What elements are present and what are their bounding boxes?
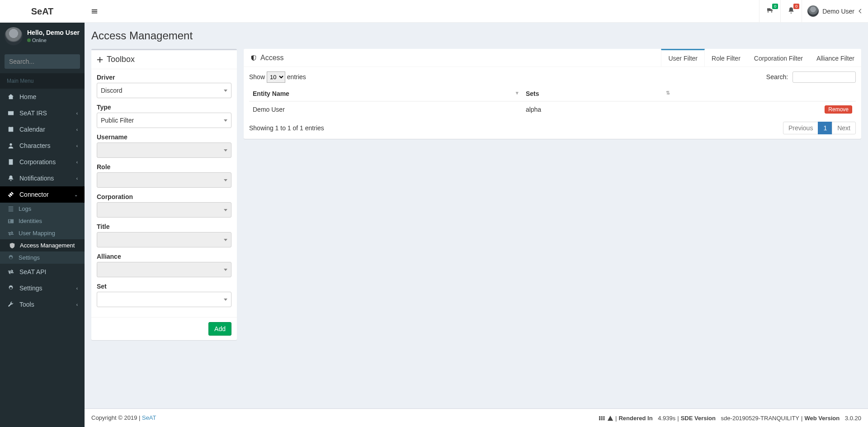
jobs-indicator[interactable]: 0 <box>759 0 780 23</box>
page-1[interactable]: 1 <box>818 122 832 134</box>
caret-down-icon <box>224 269 227 271</box>
dt-length-select[interactable]: 10 <box>267 71 285 83</box>
caret-down-icon <box>224 90 227 92</box>
sidebar-item-corporations[interactable]: Corporations‹ <box>0 154 85 170</box>
toolbox-panel: Toolbox DriverDiscord TypePublic Filter … <box>91 49 237 340</box>
driver-select[interactable]: Discord <box>97 83 231 98</box>
role-label: Role <box>97 163 231 171</box>
caret-down-icon <box>224 239 227 241</box>
sidebar-menu: Home SeAT IRS‹ Calendar‹ Characters‹ Cor… <box>0 89 85 313</box>
sidebar-item-calendar[interactable]: Calendar‹ <box>0 121 85 138</box>
cell-entity: Demo User <box>249 101 522 117</box>
sidebar-subitem-user-mapping[interactable]: User Mapping <box>0 227 85 239</box>
add-button[interactable]: Add <box>208 322 231 336</box>
user-icon <box>7 142 15 149</box>
main-sidebar: Hello, Demo User Online Main Menu Home S… <box>0 0 85 427</box>
dt-search-input[interactable] <box>793 71 856 83</box>
wrench-icon <box>7 301 15 308</box>
sidebar-subitem-connector-settings[interactable]: Settings <box>0 251 85 264</box>
chevron-left-icon: ‹ <box>76 286 78 291</box>
dt-info: Showing 1 to 1 of 1 entries <box>249 124 324 132</box>
main-footer: Copyright © 2019 | SeAT | Rendered In 4.… <box>85 408 868 427</box>
caret-down-icon <box>224 119 227 122</box>
pagination: Previous 1 Next <box>783 122 856 134</box>
plug-icon <box>7 191 15 198</box>
sidebar-item-notifications[interactable]: Notifications‹ <box>0 170 85 186</box>
sidebar-item-connector[interactable]: Connector⌄ <box>0 186 85 203</box>
type-label: Type <box>97 104 231 111</box>
caret-down-icon <box>224 209 227 211</box>
notifications-badge: 0 <box>793 4 799 9</box>
footer-copyright: Copyright © 2019 | <box>91 414 142 421</box>
footer-link[interactable]: SeAT <box>142 414 156 421</box>
caret-down-icon <box>224 299 227 301</box>
user-panel: Hello, Demo User Online <box>0 23 85 50</box>
greeting: Hello, Demo User <box>27 29 80 36</box>
shield-icon <box>250 54 257 62</box>
title-select[interactable] <box>97 232 231 247</box>
search-input[interactable] <box>5 54 80 69</box>
sidebar-item-seat-api[interactable]: SeAT API <box>0 264 85 280</box>
set-select[interactable] <box>97 292 231 307</box>
page-next[interactable]: Next <box>832 122 856 134</box>
shield-icon <box>8 242 16 249</box>
title-label: Title <box>97 223 231 230</box>
corporation-label: Corporation <box>97 193 231 200</box>
home-icon <box>7 94 15 100</box>
sidebar-item-characters[interactable]: Characters‹ <box>0 138 85 154</box>
user-menu[interactable]: Demo User <box>802 0 868 23</box>
brand-logo[interactable]: SeAT <box>0 0 85 23</box>
page-prev[interactable]: Previous <box>783 122 818 134</box>
sidebar-toggle-button[interactable] <box>85 0 104 23</box>
tab-role-filter[interactable]: Role Filter <box>705 49 747 66</box>
sidebar-subitem-identities[interactable]: Identities <box>0 215 85 227</box>
sidebar-item-tools[interactable]: Tools‹ <box>0 296 85 313</box>
username-label: Username <box>97 133 231 141</box>
col-entity-name[interactable]: Entity Name▾ <box>249 86 522 101</box>
avatar-icon <box>807 5 819 17</box>
corporation-select[interactable] <box>97 202 231 218</box>
chevron-left-icon: ‹ <box>76 176 78 181</box>
bell-icon <box>7 175 15 181</box>
col-sets[interactable]: Sets⇅ <box>522 86 674 101</box>
tab-corporation-filter[interactable]: Corporation Filter <box>747 49 810 66</box>
tab-user-filter[interactable]: User Filter <box>661 49 705 66</box>
sidebar-item-home[interactable]: Home <box>0 89 85 105</box>
building-icon <box>7 159 15 165</box>
status-dot-icon <box>27 38 31 42</box>
sidebar-subitem-access-management[interactable]: Access Management <box>0 239 85 251</box>
alliance-select[interactable] <box>97 262 231 277</box>
brand-rest: AT <box>42 6 53 16</box>
sort-icon: ⇅ <box>666 90 670 96</box>
chevron-left-icon: ‹ <box>76 160 78 165</box>
dt-search: Search: <box>766 71 856 83</box>
sidebar-item-settings[interactable]: Settings‹ <box>0 280 85 296</box>
alliance-label: Alliance <box>97 253 231 260</box>
chevron-left-icon: ‹ <box>76 302 78 307</box>
driver-label: Driver <box>97 74 231 81</box>
cell-sets: alpha <box>522 101 674 117</box>
sidebar-subitem-logs[interactable]: Logs <box>0 203 85 215</box>
notifications-indicator[interactable]: 0 <box>780 0 802 23</box>
sidebar-item-seat-irs[interactable]: SeAT IRS‹ <box>0 105 85 121</box>
tab-alliance-filter[interactable]: Alliance Filter <box>810 49 861 66</box>
role-select[interactable] <box>97 172 231 188</box>
id-card-icon <box>7 218 15 224</box>
access-table: Entity Name▾ Sets⇅ Demo User alpha Remov… <box>249 86 856 117</box>
chevron-left-icon: ‹ <box>76 111 78 116</box>
brand-bold: Se <box>31 6 42 16</box>
card-icon <box>7 110 15 116</box>
exchange-icon <box>7 230 15 237</box>
avatar-icon <box>5 27 23 45</box>
queue-icon <box>599 414 605 422</box>
chevron-left-icon: ‹ <box>76 143 78 148</box>
username-select[interactable] <box>97 142 231 158</box>
cogs-icon <box>7 285 15 291</box>
page-title: Access Management <box>91 29 861 42</box>
type-select[interactable]: Public Filter <box>97 113 231 128</box>
remove-button[interactable]: Remove <box>825 105 852 114</box>
warning-icon <box>607 414 613 422</box>
cogs-icon <box>7 255 15 261</box>
plus-icon <box>97 55 103 64</box>
sidebar-header: Main Menu <box>0 73 85 89</box>
